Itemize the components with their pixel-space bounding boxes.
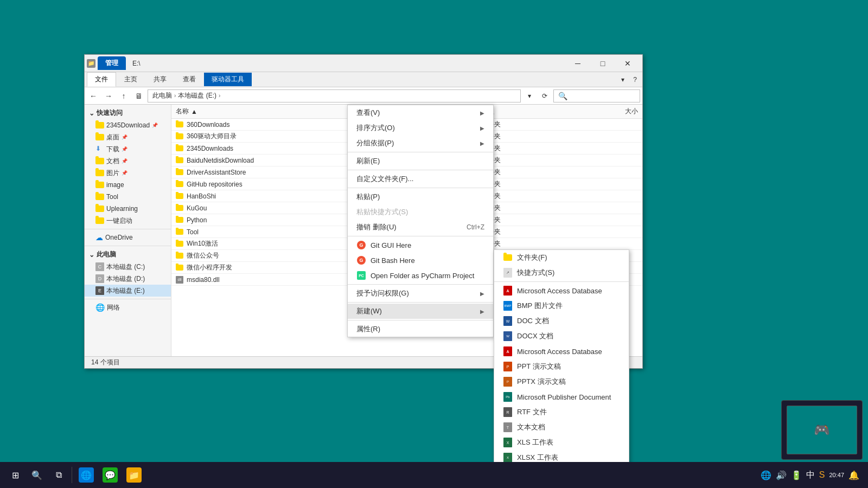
menu-item-refresh[interactable]: 刷新(E) [348,153,493,169]
submenu-arrow: ▶ [480,125,484,131]
sidebar-item-tool[interactable]: Tool [85,191,171,203]
tab-file[interactable]: 文件 [87,72,116,87]
sidebar-item-desktop[interactable]: 桌面 📌 [85,131,171,143]
tray-zh-icon[interactable]: 中 [806,470,815,481]
menu-item-git-gui[interactable]: G Git GUI Here [348,237,493,253]
nav-back-button[interactable]: ← [87,89,100,102]
tab-view[interactable]: 查看 [175,72,204,87]
taskbar-search-button[interactable]: 🔍 [26,464,48,486]
search-box[interactable]: 🔍 [553,89,640,102]
taskbar-app-wechat[interactable]: 💬 [98,463,122,487]
submenu-item-docx[interactable]: W DOCX 文档 [494,329,629,344]
address-dropdown-btn[interactable]: ▾ [523,89,536,102]
menu-item-sort[interactable]: 排序方式(O) ▶ [348,120,493,136]
sidebar-item-drive-d[interactable]: D 本地磁盘 (D:) [85,273,171,285]
tab-home[interactable]: 主页 [116,72,145,87]
submenu-item-bmp[interactable]: BMP BMP 图片文件 [494,298,629,313]
menu-item-access[interactable]: 授予访问权限(G) ▶ [348,286,493,301]
submenu-item-doc[interactable]: W DOC 文档 [494,313,629,329]
submenu-item-access[interactable]: A Microsoft Access Database [494,283,629,298]
file-type: 文件夹 [481,168,569,177]
submenu-item-ppt[interactable]: P PPT 演示文稿 [494,359,629,374]
menu-item-paste-shortcut[interactable]: 粘贴快捷方式(S) [348,204,493,220]
sidebar-item-2345download[interactable]: 2345Download 📌 [85,119,171,131]
submenu-item-rtf[interactable]: R RTF 文件 [494,404,629,420]
nav-up-button[interactable]: ↑ [117,89,130,102]
sidebar-item-pictures[interactable]: 图片 📌 [85,167,171,179]
minimize-button[interactable]: ─ [565,55,590,72]
sidebar-item-downloads[interactable]: ⬇ 下载 📌 [85,143,171,155]
menu-item-properties[interactable]: 属性(R) [348,322,493,337]
sidebar-item-onekey[interactable]: 一键启动 [85,215,171,227]
sidebar-item-docs[interactable]: 文档 📌 [85,155,171,167]
quick-access-header[interactable]: ⌄ 快速访问 [85,107,171,119]
title-tab-manage[interactable]: 管理 [98,56,126,70]
sidebar-item-network[interactable]: 🌐 网络 [85,301,171,313]
file-type: 文件夹 [481,132,569,141]
menu-item-group[interactable]: 分组依据(P) ▶ [348,136,493,151]
folder-icon [95,182,104,188]
sidebar-item-drive-e[interactable]: E 本地磁盘 (E:) [85,285,171,297]
tray-network-icon[interactable]: 🌐 [761,470,771,480]
sidebar-item-drive-c[interactable]: C 本地磁盘 (C:) [85,261,171,273]
sidebar-item-uplearning[interactable]: Uplearning [85,203,171,215]
col-name[interactable]: 名称 ▲ [176,107,350,116]
git-icon: G [357,241,366,249]
ribbon-expand-btn[interactable]: ▾ [618,75,628,85]
path-drive: 本地磁盘 (E:) [178,91,216,100]
taskbar-app-explorer[interactable]: 📁 [122,463,146,487]
submenu-item-xls[interactable]: X XLS 工作表 [494,435,629,450]
start-button[interactable]: ⊞ [4,464,26,486]
file-type: 文件夹 [481,156,569,165]
tray-sogou-icon[interactable]: S [819,470,825,480]
tray-notification-icon[interactable]: 🔔 [848,470,859,480]
folder-icon [176,253,183,259]
col-size[interactable]: 大小 [568,107,638,116]
status-text: 14 个项目 [91,358,120,367]
nav-forward-button[interactable]: → [102,89,115,102]
sidebar-item-image[interactable]: image [85,179,171,191]
submenu-item-pptx[interactable]: P PPTX 演示文稿 [494,374,629,389]
menu-item-git-bash[interactable]: G Git Bash Here [348,253,493,268]
menu-item-customize[interactable]: 自定义文件夹(F)... [348,171,493,187]
taskbar-time[interactable]: 20:47 [829,472,844,478]
quick-access-label: 快速访问 [97,108,123,118]
submenu-item-txt[interactable]: T 文本文档 [494,420,629,435]
menu-item-undo[interactable]: 撤销 删除(U) Ctrl+Z [348,220,493,235]
this-pc-header[interactable]: ⌄ 此电脑 [85,248,171,261]
refresh-button[interactable]: ⟳ [538,89,551,102]
menu-label: 排序方式(O) [356,123,395,133]
sidebar-item-onedrive[interactable]: ☁ OneDrive [85,232,171,243]
taskbar-right: 🌐 🔊 🔋 中 S 20:47 🔔 [761,470,864,481]
tray-battery-icon[interactable]: 🔋 [791,470,802,480]
new-folder-icon [503,254,512,261]
menu-item-new[interactable]: 新建(W) ▶ [348,304,493,319]
submenu-item-pub[interactable]: Pb Microsoft Publisher Document [494,389,629,404]
maximize-button[interactable]: □ [590,55,615,72]
menu-item-paste[interactable]: 粘贴(P) [348,189,493,204]
submenu-item-folder[interactable]: 文件夹(F) [494,250,629,265]
pub-icon: Pb [503,392,512,402]
tray-sound-icon[interactable]: 🔊 [776,470,787,480]
nav-pc-button[interactable]: 🖥 [132,89,145,102]
menu-item-view[interactable]: 查看(V) ▶ [348,105,493,120]
sidebar-item-label: 本地磁盘 (E:) [106,286,145,296]
submenu-item-shortcut[interactable]: ↗ 快捷方式(S) [494,265,629,280]
submenu-item-access2[interactable]: A Microsoft Access Database [494,344,629,359]
col-type[interactable]: 类型 [481,107,569,116]
tab-share[interactable]: 共享 [145,72,175,87]
taskbar-task-view[interactable]: ⧉ [48,464,69,486]
menu-item-pycharm[interactable]: PC Open Folder as PyCharm Project [348,268,493,283]
menu-label: 自定义文件夹(F)... [356,174,413,184]
taskbar-app-edge[interactable]: 🌐 [74,463,98,487]
file-type: 文件夹 [481,120,569,129]
address-path[interactable]: 此电脑 › 本地磁盘 (E:) › [148,89,521,102]
title-controls: ─ □ ✕ [565,55,640,72]
submenu-doc-icon: W [503,316,513,326]
sidebar-item-label: image [106,181,124,189]
ribbon-help-btn[interactable]: ? [630,75,640,85]
menu-sep [348,236,493,236]
close-button[interactable]: ✕ [615,55,640,72]
tab-drive-tools[interactable]: 驱动器工具 [204,73,252,86]
sidebar-item-label: Uplearning [106,205,138,213]
